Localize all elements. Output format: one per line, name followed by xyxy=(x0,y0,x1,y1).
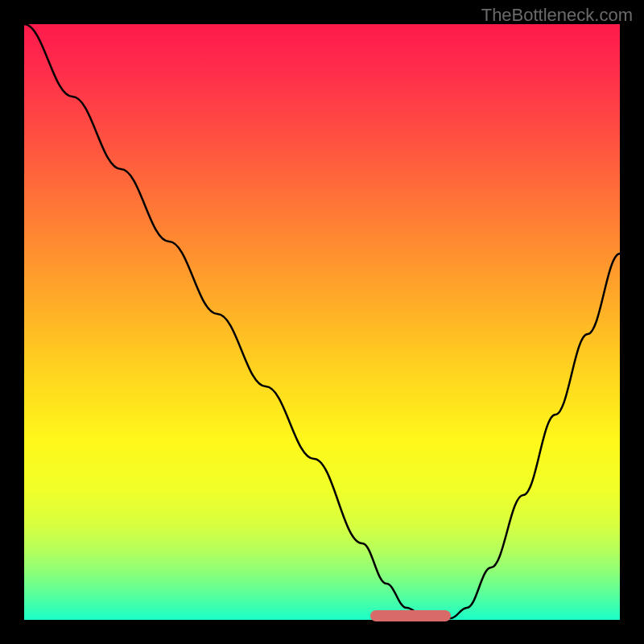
watermark-text: TheBottleneck.com xyxy=(481,5,633,26)
curve-svg xyxy=(24,24,620,620)
chart-container: TheBottleneck.com xyxy=(0,0,644,644)
plot-area xyxy=(24,24,620,620)
bottleneck-curve xyxy=(24,24,620,618)
optimal-range-marker xyxy=(370,610,451,621)
